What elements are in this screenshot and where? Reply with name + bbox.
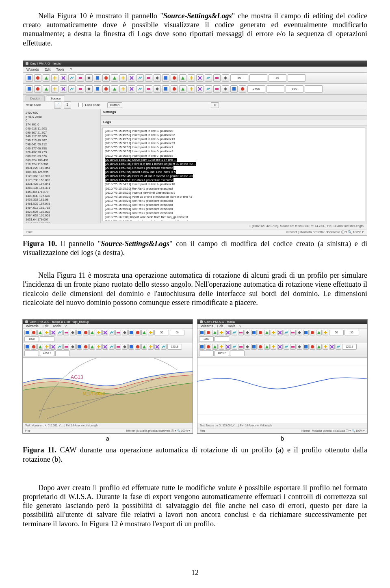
toolbar-button-icon[interactable] xyxy=(297,344,302,350)
menu-tools[interactable]: Tools xyxy=(56,67,64,71)
toolbar-button-icon[interactable] xyxy=(44,330,50,335)
toolbar-button-icon[interactable] xyxy=(63,330,69,335)
tab-design[interactable]: Design xyxy=(26,95,45,101)
toolbar-number-box[interactable]: 12518 xyxy=(342,344,357,350)
toolbar-button-icon[interactable] xyxy=(212,330,218,335)
toolbar-button-icon[interactable] xyxy=(76,330,82,335)
toolbar-button-icon[interactable] xyxy=(50,344,56,350)
toolbar-button-icon[interactable] xyxy=(102,85,110,93)
toolbar-button-icon[interactable] xyxy=(199,330,205,335)
toolbar-button-icon[interactable] xyxy=(232,344,237,350)
toolbar-button-icon[interactable] xyxy=(219,330,224,335)
toolbar-button-icon[interactable] xyxy=(188,74,195,82)
sub-icon[interactable]: 📄 xyxy=(54,102,61,109)
toolbar-number-box[interactable]: 56 xyxy=(170,330,184,335)
menu-edit[interactable]: Edit xyxy=(43,324,49,328)
toolbar-button-icon[interactable] xyxy=(205,74,212,82)
toolbar-button-icon[interactable] xyxy=(111,74,118,82)
menu-edit[interactable]: Edit xyxy=(217,324,223,328)
toolbar-button-icon[interactable] xyxy=(83,330,89,335)
toolbar-button-icon[interactable] xyxy=(245,344,250,350)
toolbar-button-icon[interactable] xyxy=(57,344,63,350)
toolbar-button-icon[interactable] xyxy=(43,85,50,93)
toolbar-button-icon[interactable] xyxy=(37,344,43,350)
toolbar-button-icon[interactable] xyxy=(85,85,93,93)
toolbar-button-icon[interactable] xyxy=(284,344,289,350)
toolbar-button-icon[interactable] xyxy=(136,85,144,93)
toolbar-button-icon[interactable] xyxy=(264,330,270,335)
toolbar-button-icon[interactable] xyxy=(31,344,37,350)
toolbar-button-icon[interactable] xyxy=(109,344,115,350)
toolbar-button-icon[interactable] xyxy=(154,85,161,93)
toolbar-button-icon[interactable] xyxy=(213,85,221,93)
toolbar-button-icon[interactable] xyxy=(70,330,76,335)
toolbar-button-icon[interactable] xyxy=(290,344,296,350)
toolbar-button-icon[interactable] xyxy=(225,330,231,335)
toolbar-number-box[interactable] xyxy=(40,336,54,342)
toolbar-button-icon[interactable] xyxy=(251,344,257,350)
toolbar-button-icon[interactable] xyxy=(316,330,322,335)
toolbar-button-icon[interactable] xyxy=(145,74,152,82)
button-label[interactable]: Button xyxy=(107,102,122,108)
toolbar-button-icon[interactable] xyxy=(154,74,161,82)
toolbar-button-icon[interactable] xyxy=(128,74,135,82)
toolbar-button-icon[interactable] xyxy=(135,330,141,335)
toolbar-button-icon[interactable] xyxy=(76,344,82,350)
toolbar-button-icon[interactable] xyxy=(238,330,244,335)
toolbar-button-icon[interactable] xyxy=(230,85,238,93)
toolbar-button-icon[interactable] xyxy=(128,344,134,350)
toolbar-button-icon[interactable] xyxy=(94,74,101,82)
toolbar-button-icon[interactable] xyxy=(297,330,302,335)
toolbar-button-icon[interactable] xyxy=(222,85,229,93)
toolbar-button-icon[interactable] xyxy=(26,74,33,82)
toolbar-button-icon[interactable] xyxy=(102,74,110,82)
settings-header[interactable]: Settings xyxy=(101,109,367,116)
toolbar-button-icon[interactable] xyxy=(213,74,221,82)
toolbar-button-icon[interactable] xyxy=(148,344,154,350)
toolbar-number-box[interactable]: 56 xyxy=(269,74,286,82)
toolbar-number-box[interactable]: 4053.2 xyxy=(40,350,54,356)
toolbar-button-icon[interactable] xyxy=(277,344,283,350)
sub-icon[interactable]: ↧ xyxy=(64,102,71,109)
toolbar-button-icon[interactable] xyxy=(102,330,108,335)
toolbar-button-icon[interactable] xyxy=(57,330,63,335)
toolbar-button-icon[interactable] xyxy=(119,85,127,93)
toolbar-button-icon[interactable] xyxy=(154,344,160,350)
toolbar-button-icon[interactable] xyxy=(136,74,144,82)
menu-tools[interactable]: Tools xyxy=(227,324,235,328)
toolbar-button-icon[interactable] xyxy=(162,74,169,82)
toolbar-button-icon[interactable] xyxy=(77,85,84,93)
toolbar-button-icon[interactable] xyxy=(219,344,224,350)
toolbar-button-icon[interactable] xyxy=(196,85,204,93)
toolbar-number-box[interactable] xyxy=(55,350,70,356)
logs-area[interactable]: [2010/7/5 15:49:53] Insert point in line… xyxy=(102,128,365,221)
toolbar-button-icon[interactable] xyxy=(277,330,283,335)
menu-wizards[interactable]: Wizards xyxy=(26,324,39,328)
toolbar-number-box[interactable]: 50 xyxy=(230,74,248,82)
toolbar-number-box[interactable]: 56 xyxy=(344,330,359,335)
menu-wizards[interactable]: Wizards xyxy=(26,67,39,71)
c-label[interactable]: C xyxy=(211,102,219,108)
toolbar-number-box[interactable]: 4053.2 xyxy=(214,350,229,356)
toolbar-button-icon[interactable] xyxy=(205,85,212,93)
toolbar-button-icon[interactable] xyxy=(238,344,244,350)
toolbar-button-icon[interactable] xyxy=(222,74,229,82)
toolbar-button-icon[interactable] xyxy=(212,344,218,350)
toolbar-button-icon[interactable] xyxy=(50,330,56,335)
lock-code-checkbox[interactable] xyxy=(78,103,83,107)
toolbar-button-icon[interactable] xyxy=(60,74,67,82)
toolbar-button-icon[interactable] xyxy=(258,330,263,335)
toolbar-button-icon[interactable] xyxy=(225,344,231,350)
toolbar-button-icon[interactable] xyxy=(145,85,152,93)
canvas-b[interactable] xyxy=(197,357,367,423)
toolbar-number-box[interactable] xyxy=(305,85,323,93)
toolbar-button-icon[interactable] xyxy=(51,74,58,82)
toolbar-button-icon[interactable] xyxy=(83,344,89,350)
toolbar-button-icon[interactable] xyxy=(171,85,178,93)
tab-source[interactable]: Source xyxy=(46,95,65,101)
logs-header[interactable]: Logs xyxy=(101,119,367,126)
window-control-icon[interactable] xyxy=(200,320,203,323)
toolbar-number-box[interactable] xyxy=(230,350,245,356)
toolbar-button-icon[interactable] xyxy=(24,330,30,335)
toolbar-button-icon[interactable] xyxy=(24,344,30,350)
